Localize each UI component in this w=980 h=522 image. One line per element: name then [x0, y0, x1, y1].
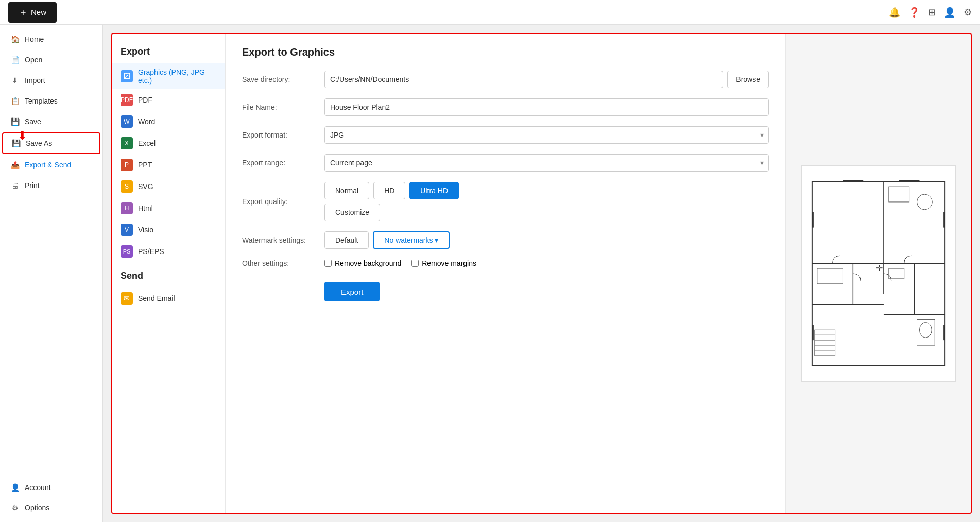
- svg-label: SVG: [138, 182, 153, 191]
- sidebar-item-open[interactable]: 📄 Open: [2, 50, 100, 70]
- export-format-select-wrap: JPG PNG BMP GIF TIFF ▾: [324, 126, 769, 144]
- svg-rect-11: [943, 325, 945, 340]
- pseps-label: PS/EPS: [138, 247, 164, 256]
- export-nav-visio[interactable]: V Visio: [112, 219, 225, 241]
- remove-margins-label: Remove margins: [422, 259, 476, 267]
- help-icon[interactable]: ❓: [908, 7, 920, 18]
- settings-icon[interactable]: ⚙: [964, 7, 972, 18]
- topbar: ＋ New 🔔 ❓ ⊞ 👤 ⚙: [0, 0, 980, 25]
- quality-ultrahd-button[interactable]: Ultra HD: [409, 182, 459, 199]
- sidebar-item-home[interactable]: 🏠 Home: [2, 29, 100, 49]
- watermark-none-button[interactable]: No watermarks ▾: [373, 231, 450, 249]
- save-icon: 💾: [10, 117, 20, 126]
- export-button[interactable]: Export: [324, 282, 380, 301]
- export-nav-pdf[interactable]: PDF PDF: [112, 89, 225, 111]
- save-directory-input[interactable]: [324, 71, 723, 88]
- svg-rect-14: [817, 268, 843, 284]
- export-quality-row: Export quality: Normal HD Ultra HD Custo…: [242, 182, 769, 221]
- watermark-label: Watermark settings:: [242, 236, 324, 244]
- export-nav-graphics[interactable]: 🖼 Graphics (PNG, JPG etc.): [112, 63, 225, 89]
- export-range-select-wrap: Current page All pages Selected ▾: [324, 154, 769, 172]
- topbar-icons: 🔔 ❓ ⊞ 👤 ⚙: [889, 7, 972, 18]
- export-quality-value: Normal HD Ultra HD Customize: [324, 182, 769, 221]
- sidebar-label-print: Print: [25, 181, 40, 190]
- svg-rect-17: [888, 268, 904, 279]
- svg-rect-12: [843, 180, 863, 181]
- quality-hd-button[interactable]: HD: [373, 182, 405, 199]
- save-directory-row: Save directory: Browse: [242, 71, 769, 88]
- sidebar: 🏠 Home 📄 Open ⬇ Import 📋 Templates 💾 Sav…: [0, 25, 103, 522]
- plus-icon: ＋: [19, 6, 28, 19]
- sidebar-bottom: 👤 Account ⚙ Options: [0, 473, 102, 518]
- export-range-row: Export range: Current page All pages Sel…: [242, 154, 769, 172]
- sidebar-item-import[interactable]: ⬇ Import: [2, 71, 100, 90]
- graphics-label: Graphics (PNG, JPG etc.): [138, 68, 217, 85]
- svg-rect-19: [814, 330, 835, 356]
- sidebar-label-templates: Templates: [25, 97, 58, 105]
- content-area: Export 🖼 Graphics (PNG, JPG etc.) PDF PD…: [103, 25, 980, 522]
- export-nav-excel[interactable]: X Excel: [112, 132, 225, 154]
- sidebar-label-account: Account: [25, 483, 51, 492]
- svg-icon: S: [121, 180, 133, 193]
- export-nav-svg[interactable]: S SVG: [112, 176, 225, 197]
- bell-icon[interactable]: 🔔: [889, 7, 900, 18]
- sidebar-item-save-as[interactable]: 💾 Save As: [2, 132, 100, 154]
- export-nav-html[interactable]: H Html: [112, 197, 225, 219]
- quality-controls: Normal HD Ultra HD Customize: [324, 182, 459, 221]
- export-range-select[interactable]: Current page All pages Selected: [324, 154, 769, 172]
- export-format-select[interactable]: JPG PNG BMP GIF TIFF: [324, 126, 769, 144]
- svg-rect-0: [812, 181, 944, 366]
- customize-button[interactable]: Customize: [324, 204, 380, 221]
- file-name-label: File Name:: [242, 103, 324, 111]
- ppt-icon: P: [121, 159, 133, 171]
- sidebar-item-export-send[interactable]: 📤 Export & Send: [2, 155, 100, 175]
- apps-icon[interactable]: ⊞: [928, 7, 936, 18]
- export-format-row: Export format: JPG PNG BMP GIF TIFF ▾: [242, 126, 769, 144]
- remove-background-input[interactable]: [324, 260, 332, 267]
- export-nav-word[interactable]: W Word: [112, 111, 225, 132]
- quality-normal-button[interactable]: Normal: [324, 182, 369, 199]
- export-nav-pseps[interactable]: PS PS/EPS: [112, 241, 225, 262]
- sidebar-spacer: [0, 196, 102, 473]
- new-button[interactable]: ＋ New: [8, 2, 57, 23]
- sidebar-label-options: Options: [25, 503, 49, 512]
- export-nav-ppt[interactable]: P PPT: [112, 154, 225, 176]
- svg-point-16: [917, 194, 932, 210]
- send-section-title: Send: [112, 262, 225, 288]
- browse-button[interactable]: Browse: [727, 71, 769, 88]
- export-icon: 📤: [10, 160, 20, 170]
- export-range-label: Export range:: [242, 159, 324, 167]
- remove-margins-checkbox[interactable]: Remove margins: [411, 259, 476, 267]
- file-name-input[interactable]: [324, 98, 769, 116]
- open-icon: 📄: [10, 55, 20, 64]
- svg-rect-10: [943, 212, 945, 227]
- export-nav: Export 🖼 Graphics (PNG, JPG etc.) PDF PD…: [112, 34, 226, 513]
- svg-rect-8: [812, 212, 813, 227]
- other-settings-checkboxes: Remove background Remove margins: [324, 259, 476, 267]
- visio-label: Visio: [138, 226, 153, 234]
- sidebar-item-save[interactable]: 💾 Save ⬇: [2, 112, 100, 131]
- export-nav-email[interactable]: ✉ Send Email: [112, 288, 225, 309]
- file-name-value: [324, 98, 769, 116]
- other-settings-row: Other settings: Remove background Remove…: [242, 259, 769, 267]
- sidebar-label-save: Save: [25, 117, 41, 126]
- svg-point-25: [919, 322, 932, 338]
- svg-rect-13: [899, 180, 919, 181]
- preview-panel: ✛: [785, 34, 971, 513]
- sidebar-item-options[interactable]: ⚙ Options: [2, 498, 100, 517]
- watermark-default-button[interactable]: Default: [324, 231, 369, 249]
- export-button-wrap: Export: [324, 278, 769, 301]
- remove-background-label: Remove background: [335, 259, 401, 267]
- save-directory-label: Save directory:: [242, 75, 324, 83]
- graphics-icon: 🖼: [121, 70, 133, 82]
- remove-background-checkbox[interactable]: Remove background: [324, 259, 401, 267]
- preview-image: ✛: [801, 165, 956, 382]
- sidebar-item-account[interactable]: 👤 Account: [2, 478, 100, 497]
- sidebar-item-templates[interactable]: 📋 Templates: [2, 91, 100, 111]
- remove-margins-input[interactable]: [411, 260, 419, 267]
- user-icon[interactable]: 👤: [944, 7, 955, 18]
- sidebar-item-print[interactable]: 🖨 Print: [2, 176, 100, 195]
- word-label: Word: [138, 117, 155, 126]
- email-icon: ✉: [121, 292, 133, 305]
- floor-plan-svg: ✛: [802, 166, 955, 381]
